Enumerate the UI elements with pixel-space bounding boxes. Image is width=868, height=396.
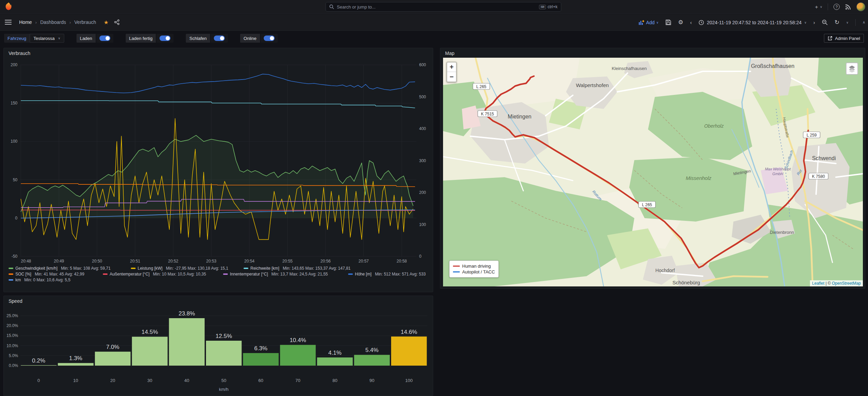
toggle-switch[interactable] [96,34,113,43]
legend-autopilot: Autopilot / TACC [462,269,495,275]
toggle-label: Laden fertig [126,34,156,43]
legend-item-au-entemperatur-c-[interactable]: Außentemperatur [°C]Min: 10 Max: 10,5 Av… [103,272,206,277]
x-axis-tick: 20 [110,378,115,383]
x-axis-title: km/h [219,387,229,392]
admin-panel-button[interactable]: Admin Panel [824,34,864,43]
toggle-switch[interactable] [211,34,228,43]
toggle-switch[interactable] [261,34,278,43]
zoom-in-button[interactable]: + [447,62,456,72]
map-label-gro-schafhausen: Großschafhausen [751,63,794,69]
legend-series-name: Höhe [m] [355,272,372,277]
panel-map: Map [440,48,865,289]
legend-item-h-he-m-[interactable]: Höhe [m]Min: 512 Max: 571 Avg: 533 [348,272,426,277]
grafana-logo-icon[interactable] [3,2,14,12]
legend-item-km[interactable]: kmMin: 0 Max: 10,6 Avg: 5,5 [9,278,70,282]
legend-item-innentemperatur-c-[interactable]: Innentemperatur [°C]Min: 13,7 Max: 24,5 … [223,272,328,277]
favorite-star-icon[interactable]: ★ [104,19,108,26]
dashboard-settings-icon[interactable]: ⚙ [678,19,683,26]
breadcrumb: Home › Dashboards › Verbrauch ★ [19,19,120,26]
legend-series-stats: Min: 10 Max: 10,5 Avg: 10,35 [153,272,206,277]
bar-20 [95,352,130,366]
divider [855,19,856,26]
legend-item-soc-[interactable]: SOC [%]Min: 41 Max: 45 Avg: 42,99 [9,272,84,277]
time-back-icon[interactable]: ‹ [690,19,692,25]
legend-series-name: Außentemperatur [°C] [110,272,150,277]
map-attribution: Leaflet | © OpenStreetMap [810,280,863,286]
breadcrumb-dashboards[interactable]: Dashboards [40,19,66,25]
x-axis-tick: 20:57 [358,259,369,264]
menu-toggle-icon[interactable] [5,20,12,25]
legend-item-leistung-kw-[interactable]: Leistung [kW]Min: -27,95 Max: 130,18 Avg… [131,266,228,271]
bar-50 [206,341,242,366]
human-driving-swatch [453,266,460,267]
share-icon[interactable] [114,19,120,25]
breadcrumb-home[interactable]: Home [19,19,32,25]
leaflet-link[interactable]: Leaflet [812,281,824,286]
refresh-icon[interactable]: ↻ [835,19,839,26]
autopilot-swatch [453,271,460,272]
bar-0 [21,365,56,366]
map-zoom-control: + − [446,62,457,82]
y-axis-right-tick: 600 [419,62,426,67]
search-input[interactable]: Search or jump to... ⌨ctrl+k [326,2,561,12]
news-icon[interactable] [845,4,851,10]
x-axis-tick: 20:51 [130,259,140,264]
vehicle-select[interactable]: Teslarossa∨ [30,34,64,43]
x-axis-tick: 30 [147,378,152,383]
refresh-interval-icon[interactable]: ∨ [846,21,849,24]
y-axis-right-tick: 200 [419,190,426,195]
zoom-out-button[interactable]: − [447,72,456,82]
x-axis-tick: 100 [405,378,413,383]
new-menu-button[interactable]: ＋∨ [814,4,822,10]
y-axis-right-tick: 100 [419,222,426,227]
legend-series-stats: Min: 41 Max: 45 Avg: 42,99 [35,272,84,277]
zoom-out-time-icon[interactable] [822,19,828,25]
top-bar: Search or jump to... ⌨ctrl+k ＋∨ ? [0,0,868,14]
map-label-gmbh: GmbH [772,172,783,176]
legend-swatch [348,273,353,275]
legend-item-reichweite-km-[interactable]: Reichweite [km]Min: 143,65 Max: 153,37 A… [244,266,350,271]
road-badge-label: L 259 [807,133,817,138]
x-axis-tick: 10 [73,378,78,383]
external-link-icon [828,36,832,41]
map-label-walpertshofen: Walpertshofen [576,82,609,88]
y-axis-left-tick: 200 [11,62,17,67]
map-label-missenholz: Missenholz [686,175,712,181]
time-forward-icon[interactable]: › [813,19,815,25]
legend-swatch [9,268,13,269]
legend-series-name: km [15,278,21,282]
time-range-picker[interactable]: 2024-11-19 20:47:52 to 2024-11-19 20:58:… [699,20,807,25]
bar-40 [169,318,205,366]
legend-series-stats: Min: 512 Max: 571 Avg: 533 [375,272,426,277]
map-canvas[interactable]: L 265K 7515L 265L 259K 7580 MietingenWal… [443,58,863,286]
panel-title[interactable]: Speed [9,298,22,304]
x-axis-tick: 40 [184,378,189,383]
map-label-schwendi: Schwendi [812,155,836,161]
y-axis-right-tick: 400 [419,126,426,131]
x-axis-tick: 70 [295,378,300,383]
help-icon[interactable]: ? [833,4,840,10]
bar-value-label: 7.0% [106,344,120,350]
panel-title[interactable]: Verbrauch [9,51,30,56]
osm-link[interactable]: OpenStreetMap [832,281,861,286]
user-avatar[interactable] [856,2,865,11]
bar-value-label: 14.6% [401,329,417,335]
add-panel-button[interactable]: Add∨ [639,20,659,25]
legend-series-stats: Min: -27,95 Max: 130,18 Avg: 15,1 [166,266,229,271]
toggle-switch[interactable] [156,34,174,43]
toggle-label: Laden [77,34,96,43]
x-axis-tick: 20:49 [54,259,64,264]
y-axis-left-tick: 100 [11,139,17,144]
legend-item-geschwindigkeit-km-h-[interactable]: Geschwindigkeit [km/h]Min: 5 Max: 108 Av… [9,266,111,271]
map-layers-button[interactable] [846,62,858,75]
bar-30 [132,337,167,366]
save-dashboard-icon[interactable] [665,19,671,25]
x-axis-tick: 80 [332,378,337,383]
bar-value-label: 12.5% [216,333,232,339]
panel-title[interactable]: Map [445,51,454,56]
map-label-hochdorf: Hochdorf [656,268,675,273]
bar-value-label: 4.1% [328,350,342,356]
bar-90 [354,355,390,366]
legend-series-stats: Min: 0 Max: 10,6 Avg: 5,5 [24,278,70,282]
collapse-chrome-icon[interactable]: ∧ [863,20,865,25]
